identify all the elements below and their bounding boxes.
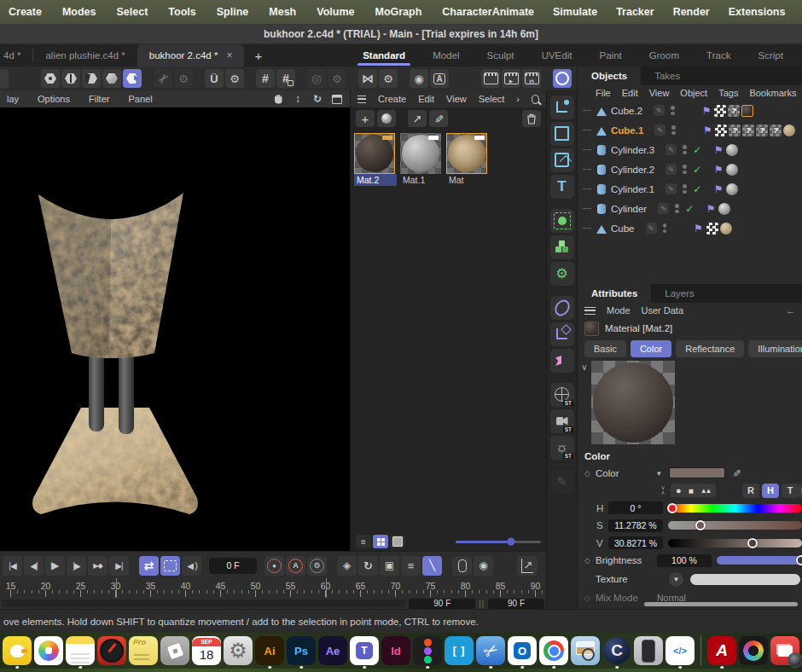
hamburger-menu-icon[interactable] xyxy=(584,307,596,315)
edit-toggle-icon[interactable] xyxy=(665,164,677,175)
material-menu-item[interactable]: Select xyxy=(479,94,505,104)
flag-tag[interactable] xyxy=(712,164,724,176)
enable-check-icon[interactable]: ✓ xyxy=(685,203,695,215)
material-thumbnail[interactable]: Mat.1 xyxy=(400,133,443,186)
snap-settings-button[interactable] xyxy=(225,69,244,88)
material-thumbnail[interactable]: Mat.2 xyxy=(354,133,397,186)
menubar-item[interactable]: Simulate xyxy=(553,6,597,18)
material-preview[interactable] xyxy=(400,133,441,174)
visibility-dots[interactable] xyxy=(683,145,687,154)
photo-app-dock-icon[interactable] xyxy=(770,636,799,665)
record-button[interactable] xyxy=(264,556,284,576)
question-tag[interactable] xyxy=(728,105,740,117)
new-standard-material-button[interactable] xyxy=(377,110,396,127)
shading-tab[interactable]: Basic xyxy=(584,340,626,357)
eyedropper-icon[interactable]: ✎ xyxy=(730,468,742,477)
object-name[interactable]: Cylinder.1 xyxy=(611,184,654,194)
document-tab-partial[interactable]: 4d * xyxy=(0,44,32,67)
play-button[interactable] xyxy=(45,556,65,576)
value-slider[interactable] xyxy=(668,539,802,547)
enable-check-icon[interactable]: ✓ xyxy=(693,183,703,195)
anim-dot-icon[interactable]: ◇ xyxy=(584,556,596,565)
relative-record-button[interactable] xyxy=(474,556,493,576)
color-swatch[interactable] xyxy=(669,467,725,478)
sound-button[interactable] xyxy=(182,556,201,576)
record-position-button[interactable] xyxy=(337,556,357,576)
horizontal-scrollbar[interactable] xyxy=(644,602,798,606)
objects-menu-item[interactable]: Edit xyxy=(622,88,638,98)
object-type-icon[interactable] xyxy=(596,144,607,155)
preview-range-button[interactable] xyxy=(160,556,180,576)
render-region-button[interactable] xyxy=(553,69,572,88)
attributes-menu-item[interactable]: Mode xyxy=(607,305,631,316)
xpresso-icon[interactable] xyxy=(550,349,574,373)
texture-field[interactable] xyxy=(690,574,800,585)
layout-tab[interactable]: Script xyxy=(753,48,788,64)
objects-menu-item[interactable]: Bookmarks xyxy=(749,88,796,98)
material-gray-tag[interactable] xyxy=(718,203,730,215)
toolbar-partial-button[interactable] xyxy=(0,69,9,88)
color-space-button[interactable]: H xyxy=(762,484,779,498)
gap[interactable] xyxy=(297,69,305,88)
saturation-slider[interactable] xyxy=(668,521,802,530)
axis-settings-button[interactable] xyxy=(174,69,193,88)
preview-dock-icon[interactable] xyxy=(571,636,600,665)
record-scale-button[interactable] xyxy=(380,556,399,576)
material-manager-empty[interactable] xyxy=(351,189,546,532)
checker-tag[interactable] xyxy=(714,105,726,117)
teams-dock-icon[interactable]: T xyxy=(350,636,379,665)
falloff-button[interactable] xyxy=(307,69,326,88)
brackets-dock-icon[interactable]: [ ] xyxy=(445,636,474,665)
auto-mode-button[interactable] xyxy=(430,69,449,88)
gap[interactable] xyxy=(195,69,203,88)
text-spline-icon[interactable] xyxy=(550,175,574,199)
viewport-menu-item[interactable]: Filter xyxy=(89,94,109,104)
shading-tab[interactable]: Reflectance xyxy=(676,340,744,357)
symmetry-button[interactable] xyxy=(358,69,377,88)
checker-tag[interactable] xyxy=(706,223,718,235)
menubar-item[interactable]: MoGraph xyxy=(375,6,421,18)
edit-toggle-icon[interactable] xyxy=(665,144,677,155)
creative-cloud-dock-icon[interactable] xyxy=(739,636,768,665)
object-name[interactable]: Cylinder.2 xyxy=(611,165,654,175)
object-type-icon[interactable] xyxy=(596,223,607,234)
symmetry-settings-button[interactable] xyxy=(379,69,398,88)
gap[interactable] xyxy=(444,556,450,576)
layout-tab[interactable]: Paint xyxy=(595,48,627,64)
layout-tab[interactable]: Track xyxy=(701,48,735,64)
mixer-mode-button[interactable]: ≡ xyxy=(799,484,802,498)
gap[interactable] xyxy=(450,69,479,88)
menubar-item[interactable]: Select xyxy=(117,6,148,18)
value-value-field[interactable]: 30.8271 % xyxy=(608,536,663,549)
render-picture-viewer-button[interactable] xyxy=(502,69,520,88)
visibility-dots[interactable] xyxy=(671,125,676,135)
material-gray-tag[interactable] xyxy=(726,183,738,195)
visibility-dots[interactable] xyxy=(683,184,687,194)
edit-toggle-icon[interactable] xyxy=(654,125,665,136)
record-rotation-button[interactable] xyxy=(358,556,378,576)
photoshop-dock-icon[interactable]: Ps xyxy=(287,636,316,665)
search-icon[interactable] xyxy=(532,95,539,104)
question-tag[interactable] xyxy=(756,125,768,136)
object-row[interactable]: Cylinder ✓ xyxy=(578,199,802,218)
layout-tab[interactable]: Groom xyxy=(644,48,684,64)
material-dark-selected-tag[interactable] xyxy=(741,105,753,117)
timeline-ticks[interactable] xyxy=(0,590,546,598)
scissors-app-dock-icon[interactable] xyxy=(476,636,505,665)
history-back-icon[interactable]: ← xyxy=(786,305,795,316)
pan-view-icon[interactable] xyxy=(272,93,284,105)
edit-toggle-icon[interactable] xyxy=(654,105,665,116)
color-space-button[interactable]: T xyxy=(782,484,799,498)
texture-dropdown-button[interactable]: ▼ xyxy=(669,572,683,587)
illustrator-dock-icon[interactable]: Ai xyxy=(255,636,284,665)
edit-toggle-icon[interactable] xyxy=(646,223,657,234)
points-mode-button[interactable] xyxy=(41,69,60,88)
render-settings-button[interactable] xyxy=(522,69,541,88)
material-preview-box[interactable] xyxy=(591,361,675,444)
color-space-button[interactable]: R xyxy=(742,484,759,498)
gap[interactable] xyxy=(550,288,574,293)
menubar-item[interactable]: Tracker xyxy=(616,6,654,18)
object-row[interactable]: Cube.1 ✓ xyxy=(578,120,802,140)
menubar-item[interactable]: Character xyxy=(442,6,491,18)
gap[interactable] xyxy=(399,69,408,88)
